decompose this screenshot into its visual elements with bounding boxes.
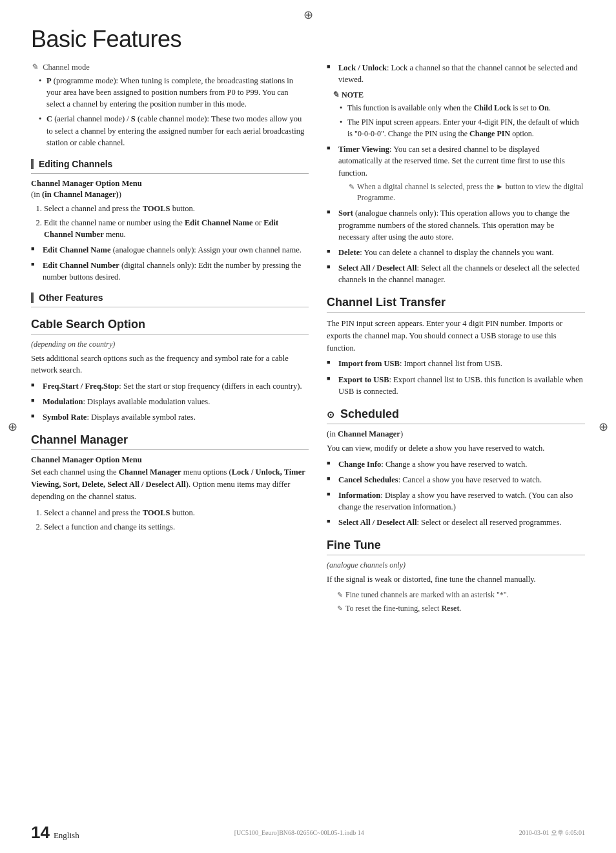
channel-manager-divider	[31, 449, 309, 450]
scheduled-divider	[327, 424, 585, 424]
editing-step-1: Select a channel and press the TOOLS but…	[44, 203, 309, 214]
page-title: Basic Features	[31, 26, 585, 53]
import-usb-item: Import from USB: Import channel list fro…	[327, 358, 585, 369]
scheduled-intro: You can view, modify or delete a show yo…	[327, 442, 585, 455]
modulation-item: Modulation: Displays available modulatio…	[31, 396, 309, 407]
select-all-scheduled-item: Select All / Deselect All: Select or des…	[327, 517, 585, 528]
other-features-header: Other Features	[31, 293, 309, 303]
crosshair-top-icon: ⊕	[303, 8, 313, 22]
fine-tune-section: Fine Tune (analogue channels only) If th…	[327, 539, 585, 615]
channel-manager-steps: Select a channel and press the TOOLS but…	[44, 507, 309, 533]
freq-start-stop-item: Freq.Start / Freq.Stop: Set the start or…	[31, 380, 309, 392]
editing-channels-section: Editing Channels Channel Manager Option …	[31, 159, 309, 283]
edit-channel-number-item: Edit Channel Number (digital channels on…	[31, 260, 309, 283]
note-block: ✎ NOTE This function is available only w…	[332, 89, 585, 139]
channel-list-transfer-title: Channel List Transfer	[327, 296, 585, 309]
cable-search-sub-text: (depending on the country)	[31, 340, 309, 349]
editing-step-2: Edit the channel name or number using th…	[44, 217, 309, 240]
scheduled-title: ⊙ Scheduled	[327, 407, 585, 421]
scheduled-circle-icon: ⊙	[327, 409, 334, 420]
select-all-item: Select All / Deselect All: Select all th…	[327, 262, 585, 285]
channel-manager-intro: Set each channel using the Channel Manag…	[31, 466, 309, 502]
channel-mode-item-p: P (programme mode): When tuning is compl…	[36, 75, 309, 110]
lock-unlock-list: Lock / Unlock: Lock a channel so that th…	[327, 62, 585, 85]
cable-search-intro: Sets additional search options such as t…	[31, 353, 309, 377]
timer-note-icon: ✎	[349, 182, 354, 192]
crosshair-left-icon: ⊕	[8, 420, 17, 434]
note-bullets: This function is available only when the…	[337, 103, 585, 139]
channel-mode-note-icon: ✎	[31, 62, 38, 72]
delete-item: Delete: You can delete a channel to disp…	[327, 247, 585, 258]
edit-channel-name-item: Edit Channel Name (analogue channels onl…	[31, 244, 309, 256]
editing-channels-header: Editing Channels	[31, 159, 309, 169]
scheduled-in-channel-manager: (in Channel Manager)	[327, 429, 585, 439]
change-info-item: Change Info: Change a show you have rese…	[327, 458, 585, 470]
cancel-schedules-item: Cancel Schedules: Cancel a show you have…	[327, 474, 585, 486]
fine-tune-intro: If the signal is weak or distorted, fine…	[327, 573, 585, 586]
page-number-block: 14 English	[31, 823, 79, 843]
right-bullets: Timer Viewing: You can set a desired cha…	[327, 143, 585, 285]
two-column-layout: ✎ Channel mode P (programme mode): When …	[31, 62, 585, 617]
page-number: 14	[31, 823, 50, 843]
sort-item: Sort (analogue channels only): This oper…	[327, 207, 585, 242]
page-footer: 14 English [UC5100_Eeuro]BN68-02656C~00L…	[0, 823, 616, 843]
left-column: ✎ Channel mode P (programme mode): When …	[31, 62, 309, 617]
symbol-rate-item: Symbol Rate: Displays available symbol r…	[31, 411, 309, 423]
editing-bullets: Edit Channel Name (analogue channels onl…	[31, 244, 309, 283]
right-column: Lock / Unlock: Lock a channel so that th…	[327, 62, 585, 617]
channel-manager-option-menu-title: Channel Manager Option Menu	[31, 455, 309, 465]
channel-list-transfer-intro: The PIN input screen appears. Enter your…	[327, 318, 585, 354]
channel-manager-step-2: Select a function and change its setting…	[44, 521, 309, 533]
channel-mode-list: P (programme mode): When tuning is compl…	[36, 75, 309, 149]
scheduled-section: ⊙ Scheduled (in Channel Manager) You can…	[327, 407, 585, 528]
other-features-section: Other Features	[31, 293, 309, 307]
information-item: Information: Display a show you have res…	[327, 489, 585, 513]
channel-list-transfer-bullets: Import from USB: Import channel list fro…	[327, 358, 585, 396]
footer-filename: [UC5100_Eeuro]BN68-02656C~00L05-1.indb 1…	[234, 829, 364, 836]
note-item-pin: The PIN input screen appears. Enter your…	[337, 117, 585, 139]
channel-manager-option-title: Channel Manager Option Menu	[31, 179, 309, 189]
fine-tune-title: Fine Tune	[327, 539, 585, 552]
note-label: ✎ NOTE	[332, 89, 585, 101]
cable-search-title: Cable Search Option	[31, 318, 309, 331]
export-usb-item: Export to USB: Export channel list to US…	[327, 374, 585, 397]
editing-channels-divider	[31, 173, 309, 174]
page: ⊕ ⊕ ⊕ Basic Features ✎ Channel mode P (p…	[0, 0, 616, 853]
channel-list-transfer-divider	[327, 312, 585, 313]
channel-mode-label: ✎ Channel mode	[31, 62, 309, 72]
fine-tune-note-1-icon: ✎	[337, 590, 343, 601]
fine-tune-sub-text: (analogue channels only)	[327, 560, 585, 570]
fine-tune-divider	[327, 555, 585, 555]
channel-manager-step-1: Select a channel and press the TOOLS but…	[44, 507, 309, 519]
cable-search-bullets: Freq.Start / Freq.Stop: Set the start or…	[31, 380, 309, 423]
other-features-divider	[31, 307, 309, 307]
fine-tune-note-2-icon: ✎	[337, 604, 343, 614]
scheduled-bullets: Change Info: Change a show you have rese…	[327, 458, 585, 529]
in-channel-manager-text: (in (in Channel Manager))	[31, 190, 309, 200]
channel-manager-title: Channel Manager	[31, 433, 309, 447]
crosshair-right-icon: ⊕	[599, 420, 608, 434]
page-language: English	[54, 830, 79, 841]
channel-manager-section: Channel Manager Channel Manager Option M…	[31, 433, 309, 533]
note-item-child-lock: This function is available only when the…	[337, 103, 585, 114]
cable-search-section: Cable Search Option (depending on the co…	[31, 318, 309, 424]
fine-tune-note-1: ✎ Fine tuned channels are marked with an…	[337, 590, 585, 601]
channel-mode-item-c: C (aerial channel mode) / S (cable chann…	[36, 113, 309, 148]
timer-viewing-item: Timer Viewing: You can set a desired cha…	[327, 143, 585, 203]
footer-date: 2010-03-01 오후 6:05:01	[519, 828, 585, 838]
note-pencil-icon: ✎	[332, 89, 339, 101]
editing-steps-list: Select a channel and press the TOOLS but…	[44, 203, 309, 240]
timer-viewing-sub-note: ✎ When a digital channel is selected, pr…	[349, 181, 585, 204]
lock-unlock-item: Lock / Unlock: Lock a channel so that th…	[327, 62, 585, 85]
cable-search-divider	[31, 334, 309, 334]
channel-mode-section: ✎ Channel mode P (programme mode): When …	[31, 62, 309, 149]
fine-tune-note-2: ✎ To reset the fine-tuning, select Reset…	[337, 603, 585, 614]
channel-list-transfer-section: Channel List Transfer The PIN input scre…	[327, 296, 585, 397]
